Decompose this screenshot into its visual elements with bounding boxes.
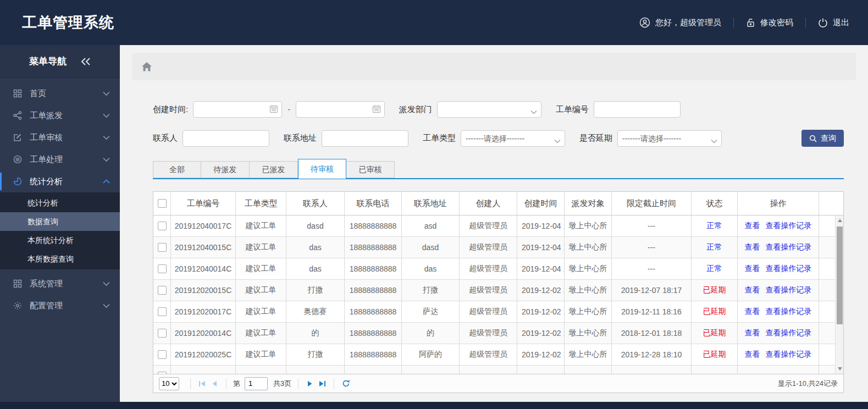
table-cell-deadline: 2019-12-28 18:10	[612, 344, 692, 365]
search-button[interactable]: 查询	[801, 130, 844, 147]
table-cell-created_at: 2019-12-04 15	[517, 237, 565, 258]
address-input[interactable]	[322, 130, 408, 147]
row-checkbox[interactable]	[158, 329, 167, 338]
table-cell-status: 已延期	[692, 323, 738, 344]
column-header-status[interactable]: 状态	[692, 192, 738, 215]
view-link[interactable]: 查看	[745, 264, 760, 274]
table-cell-phone: 18888888888	[345, 258, 402, 279]
column-header-address[interactable]: 联系地址	[402, 192, 460, 215]
table-cell-deadline: ---	[612, 215, 692, 236]
dispatch-dept-select[interactable]	[437, 101, 541, 118]
row-checkbox[interactable]	[158, 350, 167, 359]
table-cell-creator	[460, 366, 517, 374]
row-checkbox[interactable]	[158, 243, 167, 252]
last-page-icon[interactable]	[316, 378, 328, 390]
table-cell-phone: 18888888888	[345, 301, 402, 322]
sidebar-item-statistics[interactable]: 统计分析	[0, 170, 120, 192]
table-cell-phone: 18888888888	[345, 215, 402, 236]
create-time-end-input[interactable]	[296, 101, 385, 118]
view-log-link[interactable]: 查看操作记录	[766, 350, 812, 360]
sidebar: 菜单导航 首页 工单派发 工单审核	[0, 45, 120, 402]
table-cell-phone: 18888888888	[345, 280, 402, 301]
row-actions-cell: 查看查看操作记录	[738, 344, 819, 365]
column-header-order-no[interactable]: 工单编号	[171, 192, 236, 215]
sidebar-item-dispatch[interactable]: 工单派发	[0, 104, 120, 126]
sidebar-item-system[interactable]: 系统管理	[0, 273, 120, 295]
collapse-icon[interactable]	[81, 57, 91, 66]
row-checkbox[interactable]	[158, 222, 167, 230]
scrollbar-thumb[interactable]	[837, 226, 843, 324]
app-window: 工单管理系统 您好，超级管理员 修改密码 退出 菜单导航	[0, 0, 868, 409]
row-actions-cell: 查看查看操作记录	[738, 215, 819, 236]
delay-select[interactable]: -------请选择-------	[617, 130, 722, 147]
current-page-input[interactable]	[245, 377, 268, 390]
column-header-order-type[interactable]: 工单类型	[236, 192, 286, 215]
change-password-link[interactable]: 修改密码	[746, 18, 793, 28]
tab-pending-dispatch[interactable]: 待派发	[201, 161, 250, 178]
tab-dispatched[interactable]: 已派发	[250, 161, 298, 178]
prev-page-icon[interactable]	[208, 378, 220, 390]
table-scrollbar[interactable]	[835, 215, 843, 374]
sidebar-item-process[interactable]: 工单处理	[0, 148, 120, 170]
refresh-icon[interactable]	[340, 378, 352, 390]
row-actions-cell	[738, 366, 819, 374]
view-link[interactable]: 查看	[745, 242, 760, 252]
view-link[interactable]: 查看	[745, 221, 760, 231]
column-header-contact[interactable]: 联系人	[286, 192, 345, 215]
order-no-input[interactable]	[594, 101, 681, 118]
tab-pending-review[interactable]: 待审核	[298, 159, 346, 179]
sidebar-subitem-data-query[interactable]: 数据查询	[0, 212, 120, 231]
view-link[interactable]: 查看	[745, 350, 760, 360]
column-header-creator[interactable]: 创建人	[460, 192, 517, 215]
create-time-start-input[interactable]	[193, 101, 282, 118]
share-icon	[13, 111, 23, 120]
view-log-link[interactable]: 查看操作记录	[766, 221, 812, 231]
sidebar-item-review[interactable]: 工单审核	[0, 126, 120, 148]
next-page-icon[interactable]	[304, 378, 316, 390]
sidebar-item-home[interactable]: 首页	[0, 82, 120, 104]
view-link[interactable]: 查看	[745, 285, 760, 295]
table-cell-created_at: 2019-12-02 17	[517, 344, 565, 365]
footer-strip	[0, 402, 868, 409]
sidebar-item-config[interactable]: 配置管理	[0, 295, 120, 317]
view-log-link[interactable]: 查看操作记录	[766, 307, 812, 317]
column-header-deadline[interactable]: 限定截止时间	[612, 192, 692, 215]
sidebar-subitem-local-data-query[interactable]: 本所数据查询	[0, 250, 120, 268]
row-checkbox[interactable]	[158, 307, 167, 316]
row-checkbox[interactable]	[158, 286, 167, 295]
tab-all[interactable]: 全部	[153, 161, 201, 178]
view-log-link[interactable]: 查看操作记录	[766, 242, 812, 252]
row-checkbox[interactable]	[158, 264, 167, 273]
table-cell-created_at: 2019-12-02 17	[517, 301, 565, 322]
row-checkbox[interactable]	[158, 372, 167, 374]
order-type-label: 工单类型	[423, 133, 456, 143]
user-greeting[interactable]: 您好，超级管理员	[639, 17, 721, 28]
view-log-link[interactable]: 查看操作记录	[766, 264, 812, 274]
column-header-actions[interactable]: 操作	[738, 192, 819, 215]
page-size-select[interactable]: 10	[159, 377, 179, 390]
scroll-down-arrow[interactable]	[836, 365, 844, 373]
column-header-dispatch-to[interactable]: 派发对象	[565, 192, 612, 215]
column-header-created-at[interactable]: 创建时间	[517, 192, 565, 215]
table-cell-address: das	[402, 258, 460, 279]
view-link[interactable]: 查看	[745, 328, 760, 338]
view-log-link[interactable]: 查看操作记录	[766, 285, 812, 295]
table-cell-dispatch_to: 墩上中心所	[565, 258, 612, 279]
first-page-icon[interactable]	[196, 378, 208, 390]
view-link[interactable]: 查看	[745, 307, 760, 317]
tab-reviewed[interactable]: 已审核	[346, 161, 395, 178]
edit-icon	[13, 133, 23, 142]
table-cell-creator: 超级管理员	[460, 323, 517, 344]
home-icon[interactable]	[141, 62, 152, 72]
view-log-link[interactable]: 查看操作记录	[766, 328, 812, 338]
order-type-select[interactable]: -------请选择-------	[461, 130, 565, 147]
logout-link[interactable]: 退出	[818, 18, 849, 28]
sidebar-subitem-local-statistics[interactable]: 本所统计分析	[0, 231, 120, 250]
select-all-checkbox[interactable]	[158, 199, 167, 208]
contact-input[interactable]	[183, 130, 269, 147]
scroll-up-arrow[interactable]	[836, 217, 844, 224]
table-cell-order_type	[236, 366, 286, 374]
sidebar-subitem-statistics-analysis[interactable]: 统计分析	[0, 194, 120, 212]
table-cell-contact: 的	[286, 323, 345, 344]
column-header-phone[interactable]: 联系电话	[345, 192, 402, 215]
